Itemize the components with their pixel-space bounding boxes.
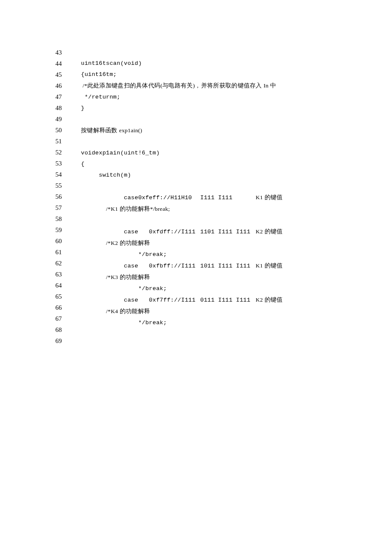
code-line: 按键解释函数 exp1ain() bbox=[81, 127, 142, 134]
line-number: 69 bbox=[55, 335, 81, 346]
line-number: 52 bbox=[55, 147, 81, 158]
code-line: case 0xfbff://I1111011 I111 I111K1 的键值 bbox=[81, 263, 283, 269]
code-line: /*K1 的功能解释*/break; bbox=[81, 206, 170, 212]
code-line: /*K4 的功能解释 bbox=[81, 308, 150, 314]
code-line: /*K3 的功能解释 bbox=[81, 274, 150, 280]
line-number: 58 bbox=[55, 213, 81, 224]
line-number: 67 bbox=[55, 313, 81, 324]
line-number: 65 bbox=[55, 291, 81, 302]
code-line: */break; bbox=[81, 285, 167, 292]
code-line: {uint16tm; bbox=[81, 71, 117, 78]
page-container: 43 44 45 46 47 48 49 50 51 52 53 54 55 5… bbox=[0, 0, 392, 346]
line-number: 49 bbox=[55, 113, 81, 125]
code-content: uint16tscan(void) {uint16tm; /*此处添加键盘扫的具… bbox=[81, 47, 366, 346]
code-line: /*K2 的功能解释 bbox=[81, 240, 150, 246]
line-number: 47 bbox=[55, 91, 81, 102]
code-line: case0xfeff://H11H10I111 I111K1 的键值 bbox=[81, 195, 283, 201]
line-number: 68 bbox=[55, 324, 81, 335]
line-number: 46 bbox=[55, 80, 81, 91]
code-line: voidexp1ain(uint!6_tm) bbox=[81, 150, 160, 156]
code-line: /*此处添加键盘扫的具体代码(与电路有关)，并将所获取的键值存入 In 中 bbox=[81, 82, 276, 89]
code-line: */break; bbox=[81, 320, 167, 326]
line-number: 44 bbox=[55, 58, 81, 69]
code-line: case 0xfdff://I1111101 I111 I111K2 的键值 bbox=[81, 229, 283, 235]
line-number: 66 bbox=[55, 302, 81, 313]
line-number-gutter: 43 44 45 46 47 48 49 50 51 52 53 54 55 5… bbox=[55, 47, 81, 346]
line-number: 43 bbox=[55, 47, 81, 58]
line-number: 48 bbox=[55, 102, 81, 113]
line-number: 50 bbox=[55, 125, 81, 136]
line-number: 57 bbox=[55, 202, 81, 213]
line-number: 63 bbox=[55, 269, 81, 280]
line-number: 59 bbox=[55, 224, 81, 235]
line-number: 56 bbox=[55, 191, 81, 202]
line-number: 55 bbox=[55, 180, 81, 191]
line-number: 60 bbox=[55, 235, 81, 247]
code-line: */returnm; bbox=[81, 94, 120, 100]
code-line: case 0xf7ff://I1110111 I111 I111K2 的键值 bbox=[81, 297, 283, 303]
code-line: switch(m) bbox=[81, 172, 131, 178]
line-number: 62 bbox=[55, 258, 81, 269]
line-number: 45 bbox=[55, 69, 81, 80]
line-number: 54 bbox=[55, 169, 81, 180]
code-line: } bbox=[81, 105, 84, 111]
line-number: 64 bbox=[55, 280, 81, 291]
line-number: 61 bbox=[55, 247, 81, 258]
line-number: 53 bbox=[55, 158, 81, 169]
line-number: 51 bbox=[55, 136, 81, 147]
code-line: */break; bbox=[81, 251, 167, 258]
code-line: uint16tscan(void) bbox=[81, 60, 142, 67]
code-line: { bbox=[81, 161, 84, 167]
